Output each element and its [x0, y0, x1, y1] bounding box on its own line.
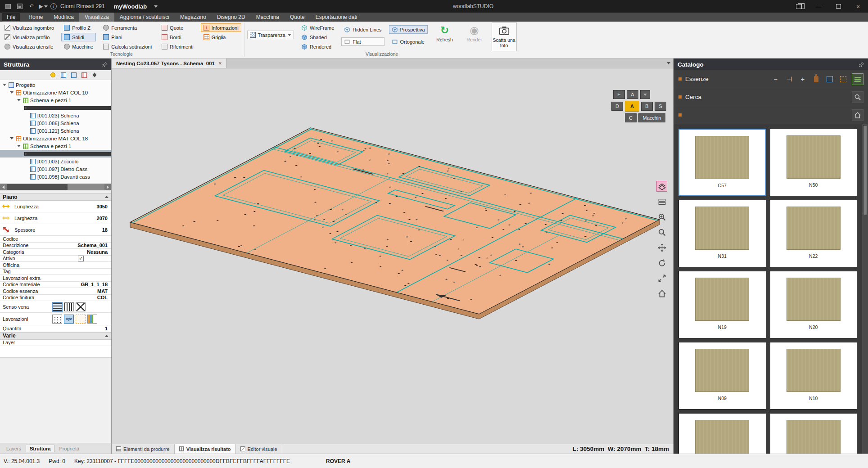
undo-icon[interactable]: ↶ [27, 2, 36, 10]
ortogonale-button[interactable]: Ortogonale [389, 37, 428, 46]
scrollbar-thumb[interactable] [7, 184, 68, 190]
home-icon[interactable] [852, 109, 863, 121]
tree-item-ottimizzazione-10[interactable]: Ottimizzazione MAT COL 10 [0, 89, 111, 96]
machining-xyz-icon[interactable]: xyz [64, 315, 74, 324]
nesting-board[interactable] [130, 128, 660, 314]
3d-canvas[interactable]: E A D A B S C Macchin [112, 68, 674, 444]
tree-item-schema-pezzi-1[interactable]: Schema e pezzi 1 [0, 96, 111, 104]
stack-view-icon[interactable] [656, 196, 667, 207]
cabinet-icon[interactable] [825, 74, 835, 84]
profilo-z-button[interactable]: Profilo Z [61, 23, 96, 32]
tree-item-ottimizzazione-18[interactable]: Ottimizzazione MAT COL 18 [0, 135, 111, 142]
material-swatch[interactable]: N19 [678, 271, 766, 338]
machining-pattern-icon[interactable] [52, 315, 62, 324]
orbit-icon[interactable] [656, 257, 667, 268]
scatta-una-foto-button[interactable]: Scatta una foto [492, 22, 517, 51]
hidden-lines-button[interactable]: Hidden Lines [341, 25, 384, 34]
view-east-button[interactable]: E [613, 90, 625, 99]
close-button[interactable]: × [848, 0, 868, 13]
visualizza-profilo-button[interactable]: Visualizza profilo [2, 33, 57, 41]
property-row-senso-vena[interactable]: Senso vena [0, 301, 111, 313]
menu-home[interactable]: Home [23, 13, 48, 22]
tab-editor-visuale[interactable]: Editor visuale [236, 444, 282, 454]
flat-button[interactable]: Flat [341, 37, 384, 46]
board-view-tool-icon[interactable] [656, 181, 667, 192]
tree-item-schema-pezzi-1b[interactable]: Schema e pezzi 1 [0, 142, 111, 150]
panel-blue-icon[interactable] [60, 72, 67, 78]
visualizza-ingombro-button[interactable]: Visulizza ingombro [2, 23, 57, 32]
nesting-board-scene[interactable] [112, 68, 674, 444]
view-b-button[interactable]: B [641, 102, 653, 111]
grain-horizontal-icon[interactable] [52, 302, 62, 311]
material-swatch[interactable]: N31 [678, 200, 766, 267]
informazioni-button[interactable]: iInformazioni [201, 23, 241, 32]
app-grid-icon[interactable] [4, 2, 13, 10]
prospettiva-button[interactable]: Prospettiva [389, 25, 428, 34]
griglia-button[interactable]: Griglia [201, 33, 241, 41]
menu-magazzino[interactable]: Magazzino [175, 13, 212, 22]
menu-modifica[interactable]: Modifica [48, 13, 79, 22]
ferramenta-button[interactable]: Ferramenta [100, 23, 154, 32]
grain-none-icon[interactable] [76, 302, 86, 311]
tree-item-schiena-121[interactable]: [001.121] Schiena [0, 127, 111, 135]
section-collapsed[interactable] [674, 106, 868, 124]
grain-vertical-icon[interactable] [64, 302, 74, 311]
minimize-button[interactable]: — [809, 0, 828, 13]
catalog-scrollbar[interactable] [862, 124, 868, 454]
tab-struttura[interactable]: Struttura [26, 445, 54, 452]
menu-quote[interactable]: Quote [285, 13, 310, 22]
piani-button[interactable]: Piani [100, 33, 154, 41]
bordi-button[interactable]: Bordi [159, 33, 196, 41]
material-swatch[interactable]: N20 [770, 271, 858, 338]
zoom-fit-icon[interactable] [656, 273, 667, 284]
view-c-button[interactable]: C [625, 113, 637, 122]
material-swatch[interactable]: N04 [770, 413, 858, 454]
maximize-button[interactable] [828, 0, 848, 13]
tree-item-schema-001[interactable]: Schema_001 [0, 104, 111, 112]
collapse-caret-icon[interactable] [10, 137, 14, 140]
menu-file[interactable]: File [2, 13, 20, 22]
view-s-button[interactable]: S [655, 102, 666, 111]
property-row-lunghezza[interactable]: Lunghezza3050 [0, 201, 111, 212]
property-row-lavorazioni[interactable]: Lavorazioni xyz [0, 313, 111, 325]
tree-item-zoccolo[interactable]: [001.003] Zoccolo [0, 158, 111, 165]
search-icon[interactable] [852, 91, 863, 103]
refresh-button[interactable]: ↻ Refresh [432, 22, 457, 42]
property-row-codice-essenza[interactable]: Codice essenzaMAT [0, 288, 111, 295]
scroll-left-icon[interactable] [0, 184, 7, 190]
property-row-lavorazioni-extra[interactable]: Lavorazioni extra [0, 275, 111, 282]
property-row-larghezza[interactable]: Larghezza2070 [0, 212, 111, 224]
attivo-checkbox[interactable]: ✓ [78, 256, 84, 261]
macchine-button[interactable]: Macchine [61, 42, 96, 51]
trasparenza-button[interactable]: Trasparenza [247, 31, 294, 39]
material-swatch[interactable]: N22 [770, 200, 858, 267]
wireframe-button[interactable]: WireFrame [298, 23, 337, 32]
view-a-button-active[interactable]: A [625, 101, 639, 112]
varie-section-header[interactable]: Varie [0, 332, 111, 340]
dock-window-button[interactable] [789, 0, 809, 13]
zoom-window-icon[interactable] [656, 212, 667, 222]
close-tab-icon[interactable]: × [218, 60, 222, 67]
material-swatch[interactable]: N10 [770, 342, 858, 410]
section-cerca[interactable]: Cerca [674, 88, 868, 106]
machining-outline-icon[interactable] [76, 315, 86, 324]
quote-button[interactable]: Quote [159, 23, 196, 32]
piano-section-header[interactable]: Piano [0, 193, 111, 201]
app-menu-caret-icon[interactable] [154, 5, 158, 8]
tab-list-caret-icon[interactable] [664, 58, 674, 68]
collapse-caret-icon[interactable] [10, 91, 14, 94]
visualizza-utensile-button[interactable]: Visualizza utensile [2, 42, 57, 51]
expand-caret-icon[interactable] [24, 152, 111, 156]
collapse-caret-icon[interactable] [17, 145, 21, 147]
view-d-button[interactable]: D [611, 102, 623, 111]
material-swatch[interactable]: N50 [770, 129, 858, 196]
tree-item-dietro-cass[interactable]: [001.097] Dietro Cass [0, 165, 111, 173]
material-swatch[interactable]: N09 [678, 342, 766, 410]
property-row-codice-finitura[interactable]: Codice finituraCOL [0, 295, 111, 302]
panel-red-icon[interactable] [81, 72, 87, 78]
machining-layers-icon[interactable] [87, 315, 97, 324]
property-row-tag[interactable]: Tag [0, 269, 111, 275]
menu-visualizza[interactable]: Visualizza [79, 13, 114, 22]
property-row-attivo[interactable]: Attivo✓ [0, 256, 111, 262]
home-view-icon[interactable] [656, 288, 667, 299]
